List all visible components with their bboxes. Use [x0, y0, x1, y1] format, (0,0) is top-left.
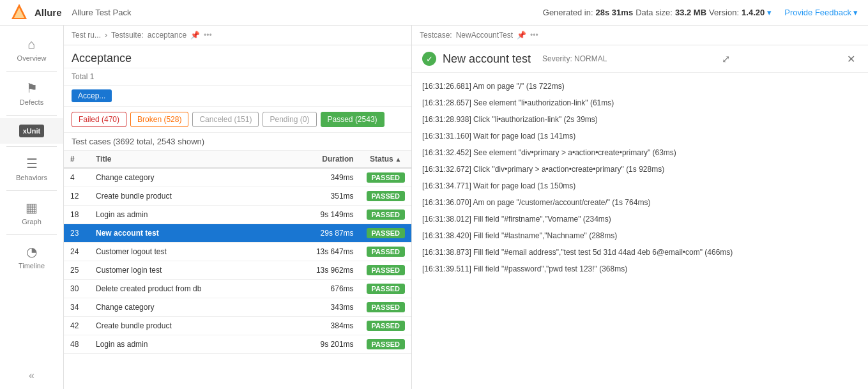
log-content: [16:31:26.681] Am on page "/" (1s 722ms)…: [412, 73, 868, 389]
sidebar-item-overview[interactable]: ⌂ Overview: [0, 31, 63, 68]
main-area: Test ru... › Testsuite: acceptance 📌 •••…: [64, 26, 868, 389]
log-entry: [16:31:28.938] Click "li•authorization-l…: [422, 114, 858, 125]
sidebar-item-timeline[interactable]: ◔ Timeline: [0, 238, 63, 276]
testcase-title-row: ✓ New account test Severity: NORMAL ⤢ ✕: [412, 45, 868, 73]
header-meta: Generated in: 28s 31ms Data size: 33.2 M…: [543, 8, 858, 17]
provide-feedback-button[interactable]: Provide Feedback ▾: [784, 8, 858, 17]
suite-tabs: Accep...: [64, 86, 411, 107]
log-entry: [16:31:34.771] Wait for page load (1s 15…: [422, 180, 858, 192]
row-num: 42: [64, 317, 89, 335]
sidebar-collapse-button[interactable]: «: [29, 370, 34, 381]
row-title: Create bundle product: [89, 187, 309, 206]
status-badge: PASSED: [367, 228, 405, 238]
testcase-pin-icon[interactable]: 📌: [517, 31, 526, 40]
total-text: Total 1: [72, 72, 94, 81]
col-header-status[interactable]: Status: [360, 151, 411, 168]
row-num: 48: [64, 335, 89, 354]
row-title: Change category: [89, 168, 309, 187]
filter-pending[interactable]: Pending (0): [263, 112, 316, 127]
log-entry: [16:31:28.657] See element "li•authoriza…: [422, 97, 858, 109]
status-badge: PASSED: [367, 210, 405, 220]
expand-icon[interactable]: ⤢: [719, 53, 733, 65]
testcase-more-icon[interactable]: •••: [530, 31, 538, 40]
filter-canceled[interactable]: Canceled (151): [192, 112, 259, 127]
table-row[interactable]: 25Customer login test13s 962msPASSED: [64, 261, 411, 280]
sidebar-label-graph: Graph: [22, 218, 42, 225]
close-icon[interactable]: ✕: [844, 53, 858, 65]
log-entry: [16:31:32.672] Click "div•primary > a•ac…: [422, 164, 858, 175]
row-num: 24: [64, 243, 89, 261]
tab-acceptance[interactable]: Accep...: [72, 89, 112, 102]
severity-label: Severity: NORMAL: [542, 54, 607, 63]
row-duration: 13s 647ms: [309, 243, 360, 261]
breadcrumb-more-icon[interactable]: •••: [204, 31, 212, 40]
table-row[interactable]: 48Login as admin9s 201msPASSED: [64, 335, 411, 354]
table-row[interactable]: 18Login as admin9s 149msPASSED: [64, 206, 411, 224]
row-num: 25: [64, 261, 89, 280]
generated-value: 28s 31ms: [596, 8, 634, 17]
status-badge: PASSED: [367, 191, 405, 201]
col-header-num[interactable]: #: [64, 151, 89, 168]
table-header-row: # Title Duration Status: [64, 151, 411, 168]
table-row[interactable]: 24Customer logout test13s 647msPASSED: [64, 243, 411, 261]
xunit-icon: xUnit: [19, 125, 45, 137]
row-duration: 29s 87ms: [309, 224, 360, 243]
logo: [10, 3, 34, 22]
col-header-duration[interactable]: Duration: [309, 151, 360, 168]
right-panel-header: Testcase: NewAccountTest 📌 •••: [412, 26, 868, 45]
breadcrumb-separator: ›: [105, 31, 107, 40]
sidebar: ⌂ Overview ⚑ Defects xUnit ☰ Behaviors ▦…: [0, 26, 64, 389]
table-row[interactable]: 30Delete created product from db676msPAS…: [64, 280, 411, 298]
panel-total: Total 1: [64, 68, 411, 86]
table-row[interactable]: 23New account test29s 87msPASSED: [64, 224, 411, 243]
status-badge: PASSED: [367, 265, 405, 275]
row-title: Create bundle product: [89, 317, 309, 335]
log-entry: [16:31:32.452] See element "div•primary …: [422, 147, 858, 158]
table-row[interactable]: 34Change category343msPASSED: [64, 298, 411, 317]
log-entry: [16:31:26.681] Am on page "/" (1s 722ms): [422, 80, 858, 92]
row-title: Delete created product from db: [89, 280, 309, 298]
sidebar-label-behaviors: Behaviors: [16, 174, 47, 181]
status-badge: PASSED: [367, 339, 405, 349]
sidebar-item-graph[interactable]: ▦ Graph: [0, 194, 63, 232]
project-name: Allure Test Pack: [72, 8, 132, 17]
row-status: PASSED: [360, 335, 411, 354]
row-duration: 349ms: [309, 168, 360, 187]
row-title: Login as admin: [89, 206, 309, 224]
table-row[interactable]: 4Change category349msPASSED: [64, 168, 411, 187]
breadcrumb-testsuite-value: acceptance: [148, 31, 187, 40]
table-row[interactable]: 42Create bundle product384msPASSED: [64, 317, 411, 335]
row-status: PASSED: [360, 187, 411, 206]
log-entry: [16:31:31.160] Wait for page load (1s 14…: [422, 130, 858, 142]
table-row[interactable]: 12Create bundle product351msPASSED: [64, 187, 411, 206]
log-entry: [16:31:38.873] Fill field "#email addres…: [422, 247, 858, 258]
pin-icon[interactable]: 📌: [190, 31, 200, 40]
sidebar-label-overview: Overview: [17, 54, 47, 62]
filter-bar: Failed (470) Broken (528) Canceled (151)…: [64, 107, 411, 133]
test-cases-info-text: Test cases (3692 total, 2543 shown): [72, 137, 204, 146]
row-duration: 9s 149ms: [309, 206, 360, 224]
sidebar-divider-5: [6, 234, 57, 235]
sidebar-item-defects[interactable]: ⚑ Defects: [0, 74, 63, 112]
sidebar-item-xunit[interactable]: xUnit: [0, 118, 63, 144]
version-dropdown-icon[interactable]: ▾: [767, 8, 772, 17]
sidebar-divider-2: [6, 115, 57, 116]
filter-passed[interactable]: Passed (2543): [321, 112, 385, 127]
breadcrumb-testsuite-label: Testsuite:: [111, 31, 144, 40]
status-badge: PASSED: [367, 302, 405, 312]
version-label: Version:: [709, 8, 739, 17]
row-status: PASSED: [360, 261, 411, 280]
status-badge: PASSED: [367, 284, 405, 294]
row-duration: 676ms: [309, 280, 360, 298]
feedback-arrow-icon: ▾: [853, 8, 858, 17]
sidebar-divider-3: [6, 146, 57, 147]
col-header-title[interactable]: Title: [89, 151, 309, 168]
left-panel: Test ru... › Testsuite: acceptance 📌 •••…: [64, 26, 412, 389]
filter-failed[interactable]: Failed (470): [72, 112, 126, 127]
filter-broken[interactable]: Broken (528): [130, 112, 188, 127]
clock-icon: ◔: [26, 244, 37, 259]
sidebar-divider-4: [6, 190, 57, 191]
breadcrumb-testrun: Test ru...: [72, 31, 101, 40]
row-title: Change category: [89, 298, 309, 317]
sidebar-item-behaviors[interactable]: ☰ Behaviors: [0, 149, 63, 188]
